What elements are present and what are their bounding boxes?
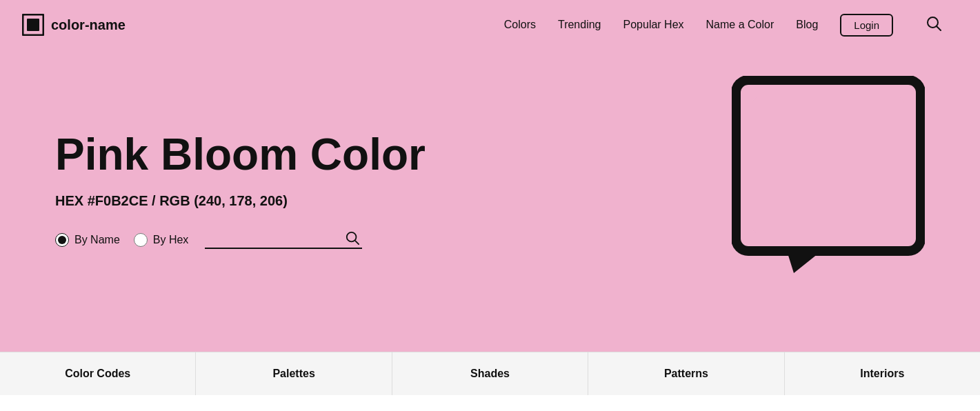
nav-blog[interactable]: Blog [796,19,818,31]
nav-colors[interactable]: Colors [504,19,536,31]
nav-trending[interactable]: Trending [558,19,601,31]
hero-section: Pink Bloom Color HEX #F0B2CE / RGB (240,… [0,0,980,352]
radio-by-hex[interactable]: By Hex [134,233,189,247]
tab-interiors[interactable]: Interiors [785,352,980,395]
hero-brand-icon [732,76,925,276]
radio-group: By Name By Hex [55,233,188,247]
svg-rect-1 [27,19,39,31]
logo-icon [22,14,44,36]
svg-point-4 [347,232,357,242]
nav-links: Colors Trending Popular Hex Name a Color… [504,14,941,37]
hero-content: Pink Bloom Color HEX #F0B2CE / RGB (240,… [55,130,426,248]
radio-by-name[interactable]: By Name [55,233,120,247]
bottom-tabs: Color Codes Palettes Shades Patterns Int… [0,352,980,395]
login-button[interactable]: Login [840,14,893,37]
navbar: color-name Colors Trending Popular Hex N… [0,0,980,50]
hero-hex-label: HEX #F0B2CE / RGB (240, 178, 206) [55,193,426,209]
search-row: By Name By Hex [55,231,426,249]
logo-text: color-name [51,17,126,33]
nav-popular-hex[interactable]: Popular Hex [623,19,684,31]
tab-shades[interactable]: Shades [392,352,588,395]
svg-marker-7 [787,251,821,273]
radio-by-hex-input[interactable] [134,233,148,247]
radio-by-name-input[interactable] [55,233,69,247]
search-icon[interactable] [926,16,941,34]
svg-line-5 [355,241,359,244]
nav-name-a-color[interactable]: Name a Color [706,19,774,31]
tab-color-codes[interactable]: Color Codes [0,352,196,395]
svg-line-3 [937,27,941,31]
search-wrapper [205,231,362,249]
svg-rect-8 [752,97,904,234]
svg-point-2 [928,17,938,28]
search-icon-btn [346,231,359,245]
logo[interactable]: color-name [22,14,126,36]
radio-by-name-label: By Name [74,234,120,246]
hero-title: Pink Bloom Color [55,130,426,179]
tab-patterns[interactable]: Patterns [588,352,784,395]
tab-palettes[interactable]: Palettes [196,352,392,395]
radio-by-hex-label: By Hex [153,234,189,246]
search-input[interactable] [205,232,343,244]
search-button[interactable] [343,231,362,245]
